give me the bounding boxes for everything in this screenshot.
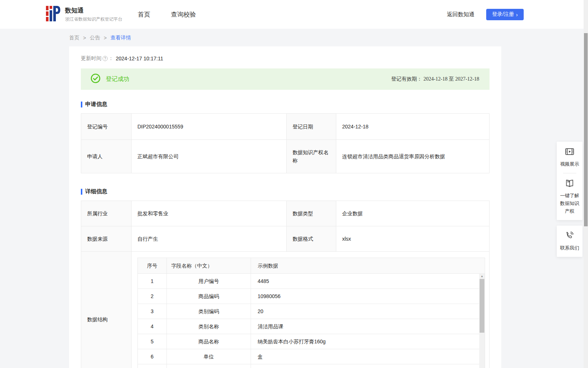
detail-info-table: 所属行业 批发和零售业 数据类型 企业数据 数据来源 自行产生 数据格式 xls…	[81, 201, 490, 368]
detail-info-title: 详细信息	[85, 188, 107, 195]
book-icon	[558, 178, 581, 190]
field-value: 批发和零售业	[132, 201, 286, 226]
data-structure-table: 序号 字段名称（中文） 示例数据 1 用户编号 4485 2 商品编码 1098…	[137, 258, 485, 368]
chevron-right-icon: ›	[516, 12, 518, 17]
page-scrollbar-thumb[interactable]	[584, 33, 588, 226]
detail-info-section-title: 详细信息	[81, 188, 490, 195]
page-scrollbar[interactable]	[584, 0, 588, 368]
login-button-label: 登录/注册	[492, 11, 514, 18]
update-time-label: 更新时间	[81, 55, 101, 62]
scrollbar-up-icon[interactable]: ▲	[479, 274, 485, 279]
row-no: 1	[138, 274, 166, 289]
field-label: 所属行业	[81, 201, 131, 226]
contact-us-card[interactable]: 联系我们	[557, 226, 582, 257]
field-label: 数据类型	[287, 201, 336, 226]
field-label: 数据知识产权名称	[287, 140, 336, 173]
field-label: 申请人	[81, 140, 131, 173]
floating-side-panel: 视频展示 一键了解数据知识产权 联系我们	[557, 142, 582, 257]
phone-icon	[558, 231, 581, 242]
top-header: 数知通 浙江省数据知识产权登记平台 首页 查询校验 返回数知通 登录/注册 ›	[0, 0, 588, 29]
status-badge: 登记成功	[106, 75, 129, 83]
table-scrollbar-thumb[interactable]	[480, 279, 484, 333]
field-label: 登记编号	[81, 114, 131, 139]
row-sample: 清洁用品课	[251, 319, 485, 334]
panel-divider	[563, 173, 576, 173]
nav-item-home[interactable]: 首页	[138, 10, 150, 19]
update-time-colon: ：	[108, 55, 114, 62]
video-showcase-card[interactable]: 视频展示 一键了解数据知识产权	[557, 142, 582, 220]
column-header-sample-data: 示例数据	[251, 258, 485, 273]
video-icon	[558, 147, 581, 158]
logo-text: 数知通 浙江省数据知识产权登记平台	[65, 6, 122, 22]
field-label: 数据格式	[287, 226, 336, 251]
video-showcase-label: 视频展示	[558, 160, 581, 168]
partial-row	[251, 364, 485, 368]
validity-value: 2024-12-18 至 2027-12-18	[423, 76, 479, 82]
update-time-value: 2024-12-17 10:17:11	[116, 56, 163, 61]
nav-item-query-verify[interactable]: 查询校验	[171, 10, 196, 19]
row-field: 类别名称	[167, 319, 251, 334]
check-circle-icon	[90, 73, 101, 85]
row-field: 商品名称	[167, 334, 251, 349]
row-field: 用户编号	[167, 274, 251, 289]
logo-title: 数知通	[65, 6, 122, 15]
field-value: 企业数据	[336, 201, 489, 226]
update-time-row: 更新时间 ? ： 2024-12-17 10:17:11	[81, 55, 490, 62]
breadcrumb-current: 查看详情	[110, 35, 131, 41]
detail-card: 更新时间 ? ： 2024-12-17 10:17:11 登记成功 登记有效期：…	[69, 46, 501, 368]
contact-us-label: 联系我们	[558, 244, 581, 252]
table-scrollbar[interactable]: ▲	[479, 274, 485, 368]
section-title-bar	[81, 102, 82, 107]
column-header-field-name: 字段名称（中文）	[167, 258, 251, 273]
back-to-shuzhitong-link[interactable]: 返回数知通	[447, 11, 474, 18]
field-value: 连锁超市清洁用品类商品退货率原因分析数据	[336, 140, 489, 173]
data-structure-cell: 序号 字段名称（中文） 示例数据 1 用户编号 4485 2 商品编码 1098…	[132, 252, 489, 368]
row-sample: 20	[251, 304, 485, 319]
main-nav: 首页 查询校验	[138, 10, 196, 19]
breadcrumb: 首页 > 公告 > 查看详情	[69, 35, 588, 41]
row-field: 单位	[167, 349, 251, 364]
section-title-bar	[81, 189, 82, 195]
field-label: 登记日期	[287, 114, 336, 139]
validity-period: 登记有效期： 2024-12-18 至 2027-12-18	[391, 76, 479, 82]
field-value: DIP2024000015559	[132, 114, 286, 139]
question-mark-icon[interactable]: ?	[103, 56, 108, 61]
row-field: 商品编码	[167, 289, 251, 304]
field-value: 2024-12-18	[336, 114, 489, 139]
row-no: 3	[138, 304, 166, 319]
row-no: 6	[138, 349, 166, 364]
row-sample: 4485	[251, 274, 485, 289]
registration-success-banner: 登记成功 登记有效期： 2024-12-18 至 2027-12-18	[81, 68, 490, 90]
row-no: 5	[138, 334, 166, 349]
data-structure-label: 数据结构	[81, 252, 131, 368]
field-label: 数据来源	[81, 226, 131, 251]
row-sample: 盒	[251, 349, 485, 364]
breadcrumb-home[interactable]: 首页	[69, 35, 79, 41]
row-no: 2	[138, 289, 166, 304]
column-header-no: 序号	[138, 258, 166, 273]
apply-info-section-title: 申请信息	[81, 101, 490, 108]
row-no: 4	[138, 319, 166, 334]
apply-info-table: 登记编号 DIP2024000015559 登记日期 2024-12-18 申请…	[81, 113, 490, 173]
logo-icon	[46, 5, 61, 24]
field-value: 正斌超市有限公司	[132, 140, 286, 173]
row-sample: 纳美皓齿本白小苏打牙膏160g	[251, 334, 485, 349]
partial-row	[167, 364, 251, 368]
partial-row	[138, 364, 166, 368]
one-click-guide-label: 一键了解数据知识产权	[558, 192, 581, 215]
row-field: 类别编码	[167, 304, 251, 319]
header-actions: 返回数知通 登录/注册 ›	[447, 9, 524, 20]
logo-subtitle: 浙江省数据知识产权登记平台	[65, 16, 122, 22]
validity-label: 登记有效期：	[391, 76, 422, 82]
apply-info-title: 申请信息	[85, 101, 107, 108]
data-structure-table-wrap: 序号 字段名称（中文） 示例数据 1 用户编号 4485 2 商品编码 1098…	[137, 258, 485, 368]
row-sample: 10980056	[251, 289, 485, 304]
breadcrumb-separator: >	[83, 35, 86, 41]
login-register-button[interactable]: 登录/注册 ›	[486, 9, 524, 20]
field-value: 自行产生	[132, 226, 286, 251]
field-value: xlsx	[336, 226, 489, 251]
breadcrumb-announcements[interactable]: 公告	[90, 35, 100, 41]
platform-logo[interactable]: 数知通 浙江省数据知识产权登记平台	[46, 5, 122, 24]
breadcrumb-separator: >	[104, 35, 107, 41]
